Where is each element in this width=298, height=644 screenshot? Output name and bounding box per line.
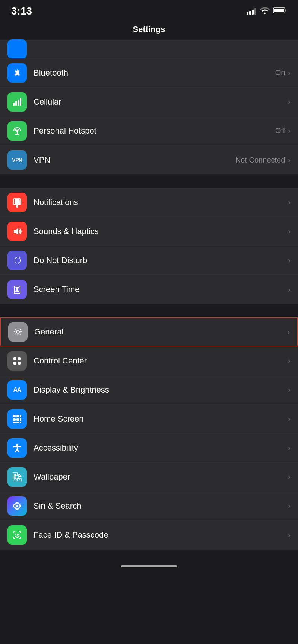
face-id-row[interactable]: Face ID & Passcode › [0,520,298,550]
siri-row[interactable]: Siri & Search › [0,491,298,520]
vpn-chevron: › [288,156,291,164]
svg-rect-33 [13,422,16,423]
siri-label: Siri & Search [34,501,81,511]
sounds-right: › [288,227,291,236]
svg-point-7 [16,130,18,132]
home-indicator-area [0,550,298,572]
hotspot-content: Personal Hotspot Off › [34,126,291,136]
notifications-chevron: › [288,198,291,206]
separator-2 [0,304,298,317]
wallpaper-row[interactable]: Wallpaper › [0,462,298,491]
cellular-right: › [288,97,291,106]
general-chevron: › [287,328,290,336]
display-icon: AA [7,380,27,400]
wallpaper-chevron: › [288,472,291,481]
notifications-right: › [288,198,291,206]
svg-rect-27 [13,415,16,417]
svg-rect-28 [16,415,19,417]
svg-rect-56 [20,537,21,539]
display-row[interactable]: AA Display & Brightness › [0,375,298,404]
svg-rect-24 [18,357,21,360]
wallpaper-icon [7,467,27,487]
partial-top-item [0,40,298,58]
screen-time-label: Screen Time [34,285,80,294]
connectivity-group: Bluetooth On › Cellular › [0,58,298,174]
vpn-right: Not Connected › [235,156,291,164]
display-chevron: › [288,385,291,394]
status-time: 3:13 [11,5,32,17]
sounds-row[interactable]: Sounds & Haptics › [0,217,298,246]
bluetooth-content: Bluetooth On › [34,68,291,78]
svg-rect-26 [18,362,21,365]
face-id-label: Face ID & Passcode [34,530,108,540]
vpn-badge: VPN [12,157,22,163]
bluetooth-row[interactable]: Bluetooth On › [0,58,298,87]
home-screen-content: Home Screen › [34,414,291,424]
control-center-label: Control Center [34,356,87,366]
face-id-chevron: › [288,531,291,539]
face-id-icon [7,525,27,545]
dnd-row[interactable]: Do Not Disturb › [0,246,298,275]
bluetooth-chevron: › [288,68,291,77]
accessibility-row[interactable]: Accessibility › [0,433,298,462]
general-right: › [287,328,290,336]
dnd-icon [7,251,27,270]
siri-icon [7,496,27,516]
notifications-row[interactable]: Notifications › [0,188,298,217]
sounds-label: Sounds & Haptics [34,227,99,236]
bluetooth-right: On › [275,68,291,77]
home-screen-row[interactable]: Home Screen › [0,404,298,433]
vpn-content: VPN Not Connected › [34,155,291,165]
svg-rect-55 [13,537,14,539]
svg-rect-53 [13,531,14,533]
svg-rect-6 [20,98,21,106]
wallpaper-right: › [288,472,291,481]
face-id-content: Face ID & Passcode › [34,530,291,540]
screen-time-row[interactable]: Screen Time › [0,275,298,304]
hotspot-label: Personal Hotspot [34,126,96,136]
hotspot-value: Off [275,126,285,135]
svg-rect-23 [13,357,16,360]
siri-content: Siri & Search › [34,501,291,511]
vpn-row[interactable]: VPN VPN Not Connected › [0,145,298,174]
accessibility-content: Accessibility › [34,443,291,453]
screen-time-icon [7,280,27,299]
accessibility-icon [7,438,27,458]
home-screen-icon [7,409,27,429]
svg-rect-2 [274,9,284,12]
cellular-content: Cellular › [34,97,291,107]
vpn-icon: VPN [7,150,27,170]
screen-time-chevron: › [288,285,291,294]
svg-rect-35 [20,422,21,423]
cellular-row[interactable]: Cellular › [0,87,298,116]
cellular-chevron: › [288,97,291,106]
dnd-content: Do Not Disturb › [34,256,291,265]
bluetooth-icon [7,63,27,83]
sounds-chevron: › [288,227,291,236]
control-center-row[interactable]: Control Center › [0,346,298,375]
general-row[interactable]: General › [0,317,298,346]
siri-right: › [288,502,291,510]
accessibility-right: › [288,443,291,452]
hotspot-row[interactable]: Personal Hotspot Off › [0,116,298,145]
display-content: Display & Brightness › [34,385,291,395]
hotspot-icon [7,121,27,141]
vpn-value: Not Connected [235,156,285,164]
bluetooth-value: On [275,68,285,77]
svg-point-45 [16,475,19,478]
svg-rect-29 [20,415,21,417]
system-group: Notifications › Sounds & Haptics › [0,188,298,304]
hotspot-right: Off › [275,126,291,135]
display-label: Display & Brightness [34,385,109,395]
accessibility-chevron: › [288,443,291,452]
svg-rect-32 [20,418,21,421]
status-icons [247,7,287,16]
svg-point-22 [17,331,19,333]
control-center-icon [7,351,27,371]
sounds-content: Sounds & Haptics › [34,227,291,236]
svg-rect-25 [13,362,16,365]
general-content: General › [34,327,290,337]
svg-point-14 [16,205,18,207]
page-title: Settings [133,25,165,34]
device-group: General › Control Center › AA [0,317,298,550]
